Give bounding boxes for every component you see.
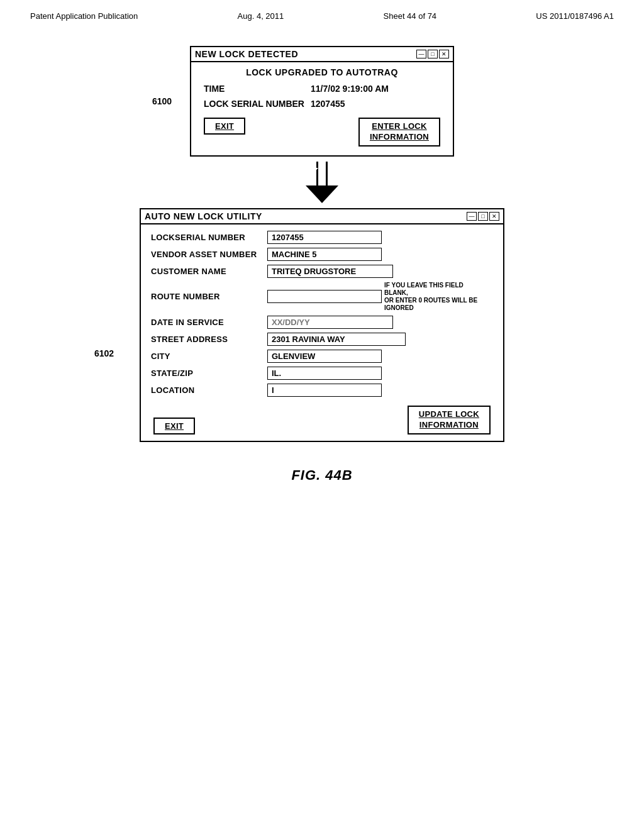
city-row: CITY [151, 350, 493, 363]
figure-caption-text: FIG. 44B [291, 467, 352, 483]
arrow-head-container [306, 185, 338, 203]
arrow-head-outer [306, 185, 338, 203]
vendor-asset-input[interactable] [267, 248, 382, 261]
state-zip-label: STATE/ZIP [151, 368, 267, 378]
location-label: LOCATION [151, 385, 267, 395]
enter-lock-info-button[interactable]: ENTER LOCK INFORMATION [358, 118, 440, 147]
header-middle: Aug. 4, 2011 [238, 11, 284, 21]
window-controls-bottom: — □ ✕ [467, 212, 499, 221]
arrow-shaft-inner [318, 162, 326, 185]
maximize-button-bottom[interactable]: □ [478, 212, 488, 221]
auto-new-lock-utility-dialog: AUTO NEW LOCK UTILITY — □ ✕ LOCKSERIAL N… [140, 208, 504, 442]
bottom-dialog-button-row: EXIT UPDATE LOCK INFORMATION [151, 406, 493, 434]
date-in-service-label: DATE IN SERVICE [151, 318, 267, 327]
enter-lock-line1: ENTER LOCK [370, 121, 429, 132]
city-input[interactable] [267, 350, 382, 363]
figure-caption: FIG. 44B [291, 467, 352, 484]
update-lock-line2: INFORMATION [419, 420, 479, 431]
state-zip-row: STATE/ZIP [151, 367, 493, 380]
vendor-asset-row: VENDOR ASSET NUMBER [151, 248, 493, 261]
dialog-top-titlebar: NEW LOCK DETECTED — □ ✕ [191, 47, 453, 62]
minimize-button-bottom[interactable]: — [467, 212, 477, 221]
update-lock-info-button[interactable]: UPDATE LOCK INFORMATION [408, 406, 491, 434]
main-content: 6100 NEW LOCK DETECTED — □ ✕ LOCK UPGRAD… [0, 21, 644, 484]
street-address-row: STREET ADDRESS [151, 333, 493, 346]
lockserial-row: LOCKSERIAL NUMBER [151, 231, 493, 244]
time-label: TIME [204, 84, 311, 94]
dialog-bottom-body: LOCKSERIAL NUMBER VENDOR ASSET NUMBER CU… [141, 224, 503, 441]
exit-button-bottom[interactable]: EXIT [153, 418, 195, 434]
time-row: TIME 11/7/02 9:19:00 AM [204, 84, 440, 94]
lock-upgraded-subtitle: LOCK UPGRADED TO AUTOTRAQ [204, 67, 440, 77]
header-right: US 2011/0187496 A1 [536, 11, 614, 21]
maximize-button-top[interactable]: □ [428, 50, 438, 58]
top-dialog-wrapper: 6100 NEW LOCK DETECTED — □ ✕ LOCK UPGRAD… [190, 46, 454, 157]
close-button-top[interactable]: ✕ [439, 50, 449, 58]
dialog-top-title: NEW LOCK DETECTED [195, 49, 298, 59]
minimize-button-top[interactable]: — [416, 50, 426, 58]
state-zip-input[interactable] [267, 367, 382, 380]
city-label: CITY [151, 351, 267, 361]
date-in-service-row: DATE IN SERVICE [151, 316, 493, 329]
route-number-row: ROUTE NUMBER IF YOU LEAVE THIS FIELD BLA… [151, 282, 493, 312]
serial-row: LOCK SERIAL NUMBER 1207455 [204, 99, 440, 109]
top-dialog-button-row: EXIT ENTER LOCK INFORMATION [204, 118, 440, 147]
patent-header: Patent Application Publication Aug. 4, 2… [0, 0, 644, 21]
ref-label-6102: 6102 [94, 348, 114, 358]
close-button-bottom[interactable]: ✕ [489, 212, 499, 221]
ref-label-6100: 6100 [152, 96, 172, 106]
dialog-bottom-title: AUTO NEW LOCK UTILITY [145, 211, 262, 221]
serial-label: LOCK SERIAL NUMBER [204, 99, 311, 109]
down-arrow [306, 162, 338, 203]
header-left: Patent Application Publication [30, 11, 138, 21]
vendor-asset-label: VENDOR ASSET NUMBER [151, 250, 267, 259]
customer-name-input[interactable] [267, 265, 393, 278]
time-value: 11/7/02 9:19:00 AM [311, 84, 389, 94]
new-lock-detected-dialog: NEW LOCK DETECTED — □ ✕ LOCK UPGRADED TO… [190, 46, 454, 157]
dialog-top-body: LOCK UPGRADED TO AUTOTRAQ TIME 11/7/02 9… [191, 62, 453, 155]
route-number-label: ROUTE NUMBER [151, 292, 267, 301]
route-note: IF YOU LEAVE THIS FIELD BLANK,OR ENTER 0… [384, 282, 485, 312]
exit-button-top[interactable]: EXIT [204, 118, 245, 135]
customer-name-label: CUSTOMER NAME [151, 267, 267, 276]
route-number-input[interactable] [267, 290, 382, 303]
location-input[interactable] [267, 384, 382, 397]
enter-lock-line2: INFORMATION [370, 132, 429, 143]
lockserial-label: LOCKSERIAL NUMBER [151, 233, 267, 242]
date-in-service-input[interactable] [267, 316, 393, 329]
street-address-label: STREET ADDRESS [151, 335, 267, 344]
lockserial-input[interactable] [267, 231, 382, 244]
window-controls-top: — □ ✕ [416, 50, 449, 58]
location-row: LOCATION [151, 384, 493, 397]
customer-name-row: CUSTOMER NAME [151, 265, 493, 278]
bottom-dialog-wrapper: 6102 AUTO NEW LOCK UTILITY — □ ✕ LOCKSER… [140, 208, 504, 442]
header-sheet: Sheet 44 of 74 [384, 11, 437, 21]
update-lock-line1: UPDATE LOCK [419, 409, 479, 420]
street-address-input[interactable] [267, 333, 406, 346]
arrow-head-inner [293, 168, 318, 182]
dialog-bottom-titlebar: AUTO NEW LOCK UTILITY — □ ✕ [141, 209, 503, 224]
serial-value: 1207455 [311, 99, 345, 109]
